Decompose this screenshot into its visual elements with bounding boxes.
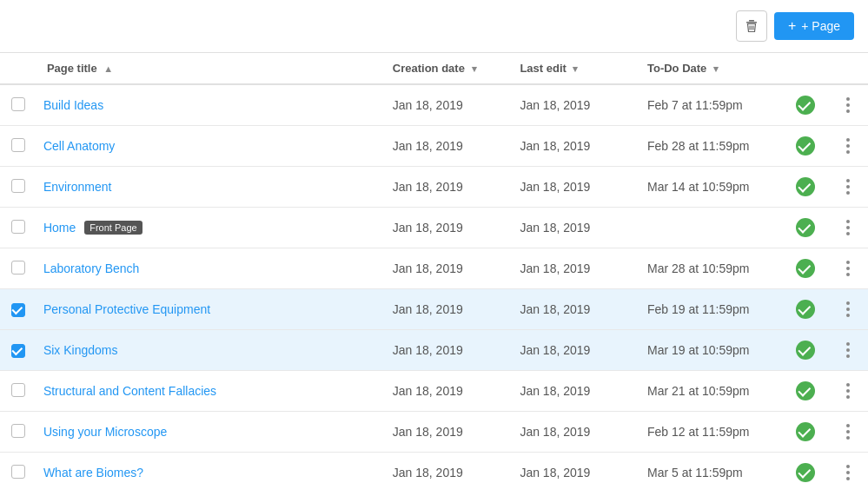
menu-cell (828, 248, 868, 289)
row-menu-button[interactable] (838, 339, 858, 361)
row-menu-button[interactable] (838, 380, 858, 402)
row-checkbox[interactable] (11, 261, 25, 275)
checkbox-cell (0, 84, 36, 126)
creation-date-cell: Jan 18, 2019 (382, 453, 510, 484)
header-todo-label: To-Do Date (647, 62, 706, 75)
page-title-link[interactable]: What are Biomes? (43, 466, 143, 480)
menu-dot (846, 430, 850, 433)
page-title-link[interactable]: Laboratory Bench (43, 261, 140, 275)
menu-dot (846, 477, 850, 480)
page-title-link[interactable]: Using your Microscope (43, 425, 167, 439)
add-page-button[interactable]: + + Page (774, 12, 854, 40)
page-title-link[interactable]: Structural and Content Fallacies (43, 384, 216, 398)
title-cell: HomeFront Page (36, 208, 382, 248)
todo-date-cell: Mar 19 at 10:59pm (637, 330, 783, 371)
row-checkbox[interactable] (11, 344, 25, 358)
title-cell: What are Biomes? (36, 453, 382, 484)
row-checkbox[interactable] (11, 383, 25, 397)
menu-dot (846, 191, 850, 195)
menu-dot (846, 424, 850, 427)
svg-rect-1 (746, 22, 757, 23)
menu-dot (846, 342, 850, 346)
menu-dot (846, 144, 850, 148)
table-row: Using your MicroscopeJan 18, 2019Jan 18,… (0, 412, 868, 453)
header-title[interactable]: Page title ▲ (36, 53, 382, 84)
status-cell (783, 126, 828, 167)
checkbox-cell (0, 248, 36, 289)
page-title-link[interactable]: Home (43, 221, 76, 235)
menu-dot (846, 179, 850, 182)
status-cell (783, 330, 828, 371)
table-row: Cell AnatomyJan 18, 2019Jan 18, 2019Feb … (0, 126, 868, 167)
row-menu-button[interactable] (838, 461, 858, 483)
header-lastedit[interactable]: Last edit ▾ (509, 53, 637, 84)
delete-button[interactable] (736, 10, 767, 42)
menu-dot (846, 301, 850, 305)
creation-date-cell: Jan 18, 2019 (382, 84, 510, 126)
row-checkbox[interactable] (11, 303, 25, 317)
menu-dot (846, 348, 850, 352)
status-cell (783, 289, 828, 330)
menu-cell (828, 126, 868, 167)
menu-dot (846, 273, 850, 276)
checkbox-cell (0, 371, 36, 412)
creation-date-cell: Jan 18, 2019 (382, 208, 510, 248)
status-cell (783, 248, 828, 289)
row-menu-button[interactable] (838, 216, 858, 239)
header-creation[interactable]: Creation date ▾ (382, 53, 510, 84)
menu-dot (846, 389, 850, 393)
menu-dot (846, 383, 850, 387)
row-menu-button[interactable] (838, 298, 858, 321)
status-cell (783, 453, 828, 484)
last-edit-cell: Jan 18, 2019 (509, 330, 637, 371)
row-menu-button[interactable] (838, 94, 858, 116)
checkbox-cell (0, 126, 36, 167)
row-checkbox[interactable] (11, 179, 25, 193)
title-cell: Laboratory Bench (36, 248, 382, 289)
menu-cell (828, 84, 868, 126)
row-checkbox[interactable] (11, 220, 25, 234)
row-menu-button[interactable] (838, 257, 858, 280)
last-edit-cell: Jan 18, 2019 (509, 371, 637, 412)
page-title-link[interactable]: Environment (43, 180, 112, 194)
page-title-link[interactable]: Build Ideas (43, 98, 103, 112)
last-edit-cell: Jan 18, 2019 (509, 289, 637, 330)
last-edit-cell: Jan 18, 2019 (509, 453, 637, 484)
menu-dot (846, 308, 850, 311)
menu-cell (828, 453, 868, 484)
row-checkbox[interactable] (11, 424, 25, 438)
row-checkbox[interactable] (11, 138, 25, 152)
checkbox-cell (0, 167, 36, 208)
svg-rect-0 (749, 20, 754, 22)
last-edit-cell: Jan 18, 2019 (509, 412, 637, 453)
title-cell: Environment (36, 167, 382, 208)
menu-dot (846, 261, 850, 264)
page-title-link[interactable]: Six Kingdoms (43, 343, 118, 357)
menu-cell (828, 289, 868, 330)
menu-dot (846, 232, 850, 235)
menu-dot (846, 471, 850, 474)
menu-dot (846, 138, 850, 142)
todo-date-cell: Feb 19 at 11:59pm (637, 289, 783, 330)
page-title-link[interactable]: Personal Protective Equipment (43, 302, 210, 316)
row-checkbox[interactable] (11, 97, 25, 111)
todo-date-cell: Feb 28 at 11:59pm (637, 126, 783, 167)
checkbox-cell (0, 412, 36, 453)
todo-date-cell: Mar 5 at 11:59pm (637, 453, 783, 484)
table-row: Build IdeasJan 18, 2019Jan 18, 2019Feb 7… (0, 84, 868, 126)
checkbox-cell (0, 453, 36, 484)
header-todo[interactable]: To-Do Date ▾ (637, 53, 783, 84)
menu-dot (846, 314, 850, 317)
last-edit-cell: Jan 18, 2019 (509, 84, 637, 126)
menu-dot (846, 226, 850, 229)
row-menu-button[interactable] (838, 175, 858, 198)
row-menu-button[interactable] (838, 135, 858, 157)
creation-date-cell: Jan 18, 2019 (382, 167, 510, 208)
row-checkbox[interactable] (11, 465, 25, 479)
page-title-link[interactable]: Cell Anatomy (43, 139, 115, 153)
status-cell (783, 412, 828, 453)
complete-status-icon (796, 341, 815, 360)
title-cell: Personal Protective Equipment (36, 289, 382, 330)
row-menu-button[interactable] (838, 420, 858, 443)
complete-status-icon (796, 422, 815, 441)
